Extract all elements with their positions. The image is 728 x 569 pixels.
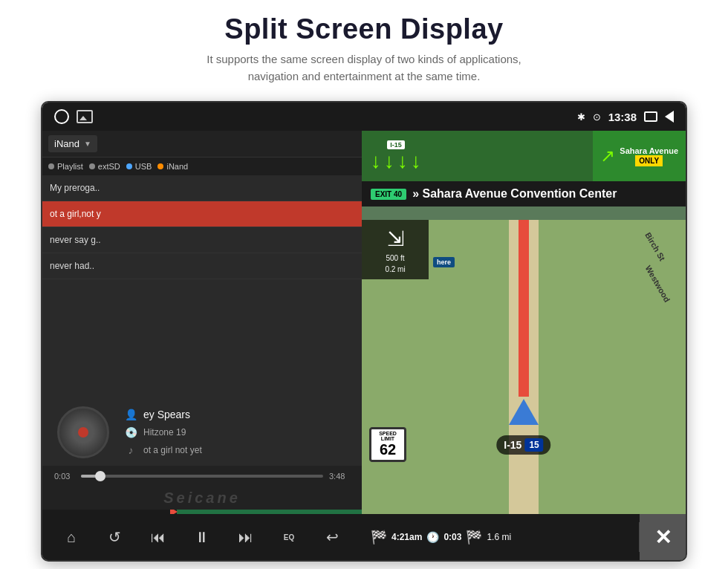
turn-distance-2: 0.2 mi [385, 265, 405, 273]
nav-direction-arrow [509, 399, 539, 425]
track-artist-name: ey Spears [143, 409, 190, 420]
progress-area: 0:03 3:48 [42, 466, 362, 487]
down-arrow-1: ↓ [371, 151, 381, 172]
road-route-highlight [519, 220, 529, 397]
sahara-avenue-sign: Sahara Avenue [620, 146, 678, 155]
interstate-text: I-15 [504, 439, 521, 451]
turn-icon: ⇲ [387, 227, 404, 251]
track-info: 👤 ey Spears 💿 Hitzone 19 ♪ ot a girl not… [124, 408, 347, 457]
trip-distance: 1.6 mi [487, 532, 511, 542]
watermark-text: Seicane [163, 490, 241, 506]
back-nav-icon[interactable] [665, 111, 674, 123]
source-dropdown[interactable]: iNand ▼ [48, 135, 97, 152]
down-arrow-4: ↓ [411, 151, 421, 172]
here-logo: here [433, 257, 455, 267]
vinyl-center [78, 427, 88, 438]
bluetooth-icon: ✱ [577, 111, 585, 123]
start-flag-icon: 🏁 [371, 529, 387, 545]
progress-bar[interactable] [81, 475, 323, 478]
device-frame: ✱ ⊙ 13:38 iNand ▼ Playlist [41, 101, 687, 562]
tab-playlist[interactable]: Playlist [48, 162, 83, 171]
exit-badge: EXIT 40 [371, 189, 406, 200]
track-album-name: Hitzone 19 [143, 427, 186, 438]
trip-info: 🏁 4:21am 🕐 0:03 🏁 1.6 mi [362, 523, 639, 551]
only-badge: ONLY [635, 155, 663, 166]
sign-arrows-area: I-15 ↓ ↓ ↓ ↓ [362, 131, 593, 181]
album-icon: 💿 [124, 426, 137, 439]
playlist: My preroga.. ot a girl,not y never say g… [42, 175, 362, 399]
speed-limit-number: 62 [373, 441, 403, 458]
main-area: iNand ▼ Playlist extSD USB [42, 131, 686, 560]
home-icon [54, 109, 69, 124]
direction-banner: EXIT 40 » Sahara Avenue Convention Cente… [362, 181, 686, 207]
tab-extsd[interactable]: extSD [89, 162, 120, 171]
play-position-marker [170, 510, 178, 514]
pause-button[interactable]: ⏸ [187, 522, 217, 552]
time-current: 0:03 [54, 472, 75, 481]
track-album-row: 💿 Hitzone 19 [124, 426, 347, 439]
home-button[interactable]: ⌂ [56, 522, 86, 552]
page-header: Split Screen Display It supports the sam… [0, 0, 728, 94]
status-right: ✱ ⊙ 13:38 [577, 111, 674, 123]
end-flag-icon: 🏁 [466, 529, 482, 545]
nav-bottom-bar: 🏁 4:21am 🕐 0:03 🏁 1.6 mi ✕ [362, 514, 686, 560]
playlist-item-1[interactable]: My preroga.. [42, 175, 362, 201]
tab-dot-extsd [89, 163, 95, 169]
media-player-panel: iNand ▼ Playlist extSD USB [42, 131, 362, 560]
status-left [54, 109, 93, 124]
repeat-button[interactable]: ↺ [100, 522, 130, 552]
eq-button[interactable]: EQ [274, 522, 304, 552]
down-arrow-3: ↓ [397, 151, 408, 172]
source-dropdown-row: iNand ▼ [42, 131, 362, 157]
album-art [57, 406, 109, 458]
interstate-shield: 15 [524, 438, 543, 452]
artist-icon: 👤 [124, 408, 137, 421]
tab-dot-playlist [48, 163, 54, 169]
track-song-row: ♪ ot a girl not yet [124, 443, 347, 457]
page-subtitle: It supports the same screen display of t… [45, 51, 683, 85]
playlist-item-3[interactable]: never say g.. [42, 227, 362, 253]
interstate-badge: I-15 15 [496, 435, 550, 455]
arrival-time: 4:21am [391, 532, 422, 542]
dropdown-arrow-icon: ▼ [84, 140, 91, 148]
time-total: 3:48 [329, 472, 350, 481]
track-song-name: ot a girl not yet [143, 445, 202, 455]
location-icon: ⊙ [593, 111, 601, 123]
window-icon [644, 111, 657, 122]
play-indicator-bar [42, 510, 362, 514]
down-arrow-2: ↓ [384, 151, 394, 172]
sign-right-area: ↗ Sahara Avenue ONLY [593, 131, 686, 181]
clock-icon: 🕐 [426, 531, 439, 543]
track-artist-row: 👤 ey Spears [124, 408, 347, 421]
controls-bar: ⌂ ↺ ⏮ ⏸ ⏭ EQ ↩ [42, 514, 362, 560]
gallery-icon [77, 110, 93, 123]
trip-duration: 0:03 [443, 532, 461, 542]
green-bar [177, 510, 362, 514]
tab-usb[interactable]: USB [126, 162, 152, 171]
tab-inand[interactable]: iNand [157, 162, 188, 171]
speed-limit-sign: SPEEDLIMIT 62 [369, 427, 406, 462]
street-label-westwood: Westwood [644, 264, 672, 303]
playlist-item-4[interactable]: never had.. [42, 253, 362, 279]
navigation-panel: I-15 ↓ ↓ ↓ ↓ ↗ Sahara Avenue [362, 131, 686, 560]
source-tabs: Playlist extSD USB iNand [42, 157, 362, 175]
highway-signs: I-15 ↓ ↓ ↓ ↓ ↗ Sahara Avenue [362, 131, 686, 181]
progress-thumb[interactable] [95, 471, 105, 481]
note-icon: ♪ [124, 443, 137, 457]
tab-dot-usb [126, 163, 132, 169]
next-button[interactable]: ⏭ [231, 522, 261, 552]
close-x-icon: ✕ [654, 525, 672, 550]
status-time: 13:38 [608, 111, 637, 123]
page-title: Split Screen Display [45, 13, 683, 45]
turn-distance-1: 500 ft [386, 254, 404, 262]
map-canvas: ⇲ 500 ft 0.2 mi here Birch St Westwood S… [362, 220, 686, 514]
turn-instruction-box: ⇲ 500 ft 0.2 mi [362, 220, 429, 279]
watermark-area: Seicane [42, 487, 362, 510]
status-bar: ✱ ⊙ 13:38 [42, 103, 686, 131]
up-right-arrow: ↗ [600, 146, 615, 166]
playlist-item-2[interactable]: ot a girl,not y [42, 201, 362, 227]
prev-button[interactable]: ⏮ [143, 522, 173, 552]
close-nav-button[interactable]: ✕ [640, 514, 686, 560]
direction-text: » Sahara Avenue Convention Center [412, 187, 617, 201]
back-button[interactable]: ↩ [318, 522, 348, 552]
